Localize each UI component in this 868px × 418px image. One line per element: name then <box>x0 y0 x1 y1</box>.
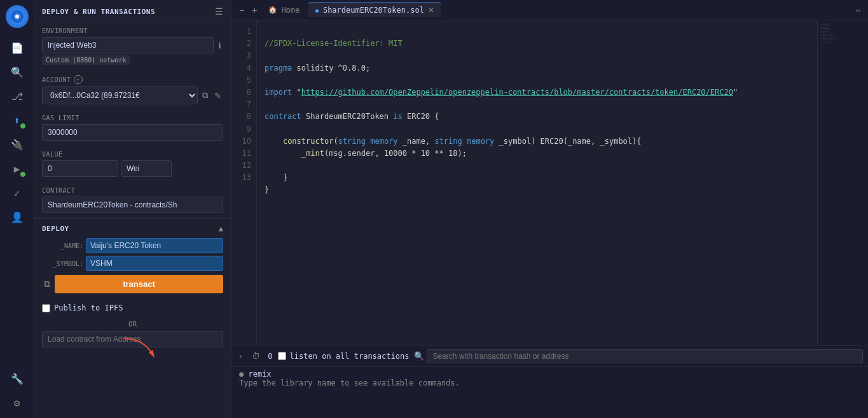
listen-checkbox[interactable] <box>278 352 286 360</box>
line-num-13: 13 <box>231 172 256 184</box>
environment-select[interactable]: Injected Web3 <box>42 37 214 53</box>
transact-button[interactable]: transact <box>55 275 223 293</box>
publish-row: Publish to IPFS <box>34 298 231 317</box>
value-unit-select[interactable]: Wei Gwei Finney Ether <box>121 160 172 177</box>
at-address-input[interactable] <box>42 331 223 347</box>
search-icon[interactable]: 🔍 <box>414 351 424 361</box>
terminal-info: Type the library name to see available c… <box>239 379 460 387</box>
line-num-3: 3 <box>231 50 256 62</box>
deploy-badge <box>20 123 26 129</box>
account-info-icon[interactable]: + <box>74 75 83 84</box>
deploy-collapse-icon[interactable]: ▲ <box>219 224 223 233</box>
sidebar-item-deploy[interactable]: ⬆ <box>7 110 27 130</box>
listen-row: listen on all transactions <box>278 352 410 361</box>
publish-checkbox[interactable] <box>42 304 50 312</box>
value-row: Wei Gwei Finney Ether <box>42 160 223 177</box>
line-num-2: 2 <box>231 38 256 50</box>
sidebar-item-search[interactable]: 🔍 <box>7 62 27 82</box>
search-input[interactable] <box>427 349 863 363</box>
tab-bar: − + 🏠 Home ◆ ShardeumERC20Token.sol ✕ ⇔ <box>231 0 868 20</box>
listen-label: listen on all transactions <box>290 352 410 361</box>
value-input[interactable] <box>42 160 118 177</box>
terminal-command: remix <box>248 370 271 379</box>
main-area: − + 🏠 Home ◆ ShardeumERC20Token.sol ✕ ⇔ … <box>231 0 868 418</box>
contract-label: CONTRACT <box>42 187 223 194</box>
sol-tab-icon: ◆ <box>315 6 319 15</box>
at-address-row <box>34 331 231 352</box>
line-num-10: 10 <box>231 136 256 148</box>
sidebar-item-user[interactable]: 👤 <box>7 207 27 227</box>
line-num-8: 8 <box>231 111 256 123</box>
account-select[interactable]: 0x6Df...0Ca32 (89.97231€ <box>42 87 198 104</box>
panel-toggle-icon[interactable]: ☰ <box>215 6 223 17</box>
sidebar-item-files[interactable]: 📄 <box>7 38 27 58</box>
symbol-input[interactable] <box>86 256 223 271</box>
name-label: _NAME: <box>42 242 83 249</box>
line-num-4: 4 <box>231 62 256 74</box>
line-num-12: 12 <box>231 160 256 172</box>
minimap-content: //SPDX...pragma...import...contract...co… <box>818 20 868 50</box>
clock-icon[interactable]: ⏱ <box>249 350 263 362</box>
bottom-expand-button[interactable]: › <box>237 350 244 362</box>
terminal-prompt: ● <box>239 370 248 379</box>
deploy-title: DEPLOY <box>42 225 69 233</box>
sidebar-item-source-control[interactable]: ⎇ <box>7 86 27 106</box>
copy-abi-button[interactable]: ⧉ <box>42 277 52 291</box>
value-section: VALUE Wei Gwei Finney Ether <box>34 146 231 182</box>
terminal-line-2: Type the library name to see available c… <box>239 379 860 387</box>
zoom-in-button[interactable]: + <box>249 4 259 17</box>
deploy-section: DEPLOY ▲ _NAME: _SYMBOL: ⧉ transact <box>34 218 231 298</box>
account-row: 0x6Df...0Ca32 (89.97231€ ⧉ ✎ <box>42 87 223 104</box>
side-panel-header: DEPLOY & RUN TRANSACTIONS ☰ <box>34 0 231 22</box>
gas-limit-label: GAS LIMIT <box>42 115 223 122</box>
deploy-header: DEPLOY ▲ <box>42 224 223 233</box>
icon-bar: 📄 🔍 ⎇ ⬆ 🔌 ▶ ✓ 👤 🔧 ⚙ <box>0 0 34 418</box>
line-num-9: 9 <box>231 123 256 136</box>
environment-info-icon[interactable]: ℹ <box>216 39 223 52</box>
gas-limit-input[interactable] <box>42 124 223 141</box>
account-section: ACCOUNT + 0x6Df...0Ca32 (89.97231€ ⧉ ✎ <box>34 70 231 109</box>
symbol-row: _SYMBOL: <box>42 256 223 271</box>
editor-area[interactable]: 1 2 3 4 5 6 7 8 9 10 11 12 13 //SPDX-Lic… <box>231 20 868 345</box>
zoom-out-button[interactable]: − <box>237 4 247 17</box>
tab-close-button[interactable]: ✕ <box>428 6 434 14</box>
tab-home[interactable]: 🏠 Home <box>262 3 306 17</box>
code-container: 1 2 3 4 5 6 7 8 9 10 11 12 13 //SPDX-Lic… <box>231 20 868 345</box>
sidebar-item-verify[interactable]: ✓ <box>7 183 27 203</box>
sidebar-item-plugins[interactable]: 🔌 <box>7 134 27 155</box>
home-tab-icon: 🏠 <box>268 6 277 14</box>
line-num-5: 5 <box>231 74 256 87</box>
sidebar-item-run[interactable]: ▶ <box>7 158 27 179</box>
sidebar-item-settings[interactable]: ⚙ <box>7 393 27 413</box>
contract-section: CONTRACT ShardeumERC20Token - contracts/… <box>34 182 231 218</box>
name-input[interactable] <box>86 238 223 253</box>
publish-label: Publish to IPFS <box>54 303 123 312</box>
or-divider: OR <box>34 317 231 331</box>
account-copy-button[interactable]: ⧉ <box>200 88 210 102</box>
editor-expand-icon[interactable]: ⇔ <box>853 3 863 17</box>
bottom-content: ● remix Type the library name to see ava… <box>231 367 868 418</box>
name-row: _NAME: <box>42 238 223 253</box>
value-label: VALUE <box>42 151 223 158</box>
sidebar-item-debug[interactable]: 🔧 <box>7 368 27 389</box>
tab-sol-label: ShardeumERC20Token.sol <box>323 6 424 15</box>
gas-limit-section: GAS LIMIT <box>34 109 231 146</box>
search-row: 🔍 <box>414 349 863 363</box>
side-panel: DEPLOY & RUN TRANSACTIONS ☰ ENVIRONMENT … <box>34 0 231 418</box>
line-num-11: 11 <box>231 148 256 160</box>
line-numbers: 1 2 3 4 5 6 7 8 9 10 11 12 13 <box>231 20 257 345</box>
tab-sol[interactable]: ◆ ShardeumERC20Token.sol ✕ <box>308 3 441 17</box>
account-label: ACCOUNT + <box>42 75 223 84</box>
line-num-6: 6 <box>231 87 256 99</box>
terminal-line-1: ● remix <box>239 370 860 379</box>
account-edit-button[interactable]: ✎ <box>212 89 223 102</box>
run-badge <box>20 171 26 178</box>
bottom-panel: › ⏱ 0 listen on all transactions 🔍 ● rem… <box>231 345 868 418</box>
transact-row: ⧉ transact <box>42 275 223 293</box>
panel-title: DEPLOY & RUN TRANSACTIONS <box>42 8 155 16</box>
code-content: //SPDX-License-Identifier: MIT pragma so… <box>257 20 817 345</box>
bottom-toolbar: › ⏱ 0 listen on all transactions 🔍 <box>231 345 868 367</box>
line-num-7: 7 <box>231 99 256 111</box>
contract-select[interactable]: ShardeumERC20Token - contracts/Sh <box>42 197 223 213</box>
app-logo <box>6 5 29 28</box>
